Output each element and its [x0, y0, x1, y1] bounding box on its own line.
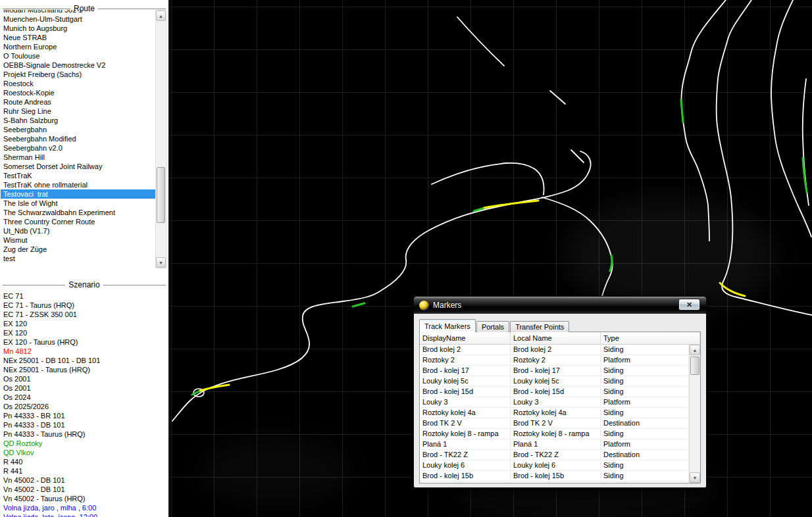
scenario-item[interactable]: Volna jizda, jaro , mlha , 6:00 — [1, 503, 168, 512]
table-cell: Roztoky kolej 8 - rampa — [511, 429, 601, 439]
table-row[interactable]: Roztoky kolej 8 - rampaRoztoky kolej 8 -… — [420, 429, 689, 439]
scenario-item[interactable]: NEx 25001 - DB 101 - DB 101 — [1, 356, 168, 365]
table-cell: Brod - TK22 Z — [420, 450, 511, 460]
table-row[interactable]: Roztoky 2Roztoky 2Platform — [420, 355, 689, 366]
track-marker-green — [353, 303, 365, 307]
route-item[interactable]: Three Country Corner Route — [1, 217, 157, 226]
scenario-item[interactable]: Os 2024 — [1, 393, 168, 402]
scroll-up-button[interactable]: ▲ — [156, 11, 166, 21]
route-item[interactable]: OEBB-Signale Demostrecke V2 — [1, 61, 157, 70]
scenario-item[interactable]: EX 120 — [1, 319, 168, 328]
scenario-item[interactable]: EX 120 — [1, 328, 168, 337]
scenario-item[interactable]: R 440 — [1, 457, 168, 466]
scenario-item[interactable]: QD Roztoky — [1, 439, 168, 448]
markers-table-body[interactable]: Brod kolej 2Brod kolej 2SidingRoztoky 2R… — [420, 345, 689, 483]
route-list-scrollbar[interactable]: ▲ ▼ — [155, 10, 166, 268]
route-item[interactable]: Modan Muschland 302 1 — [1, 10, 157, 14]
close-button[interactable]: ✕ — [678, 299, 700, 310]
table-cell: Siding — [601, 387, 689, 397]
scenario-item[interactable]: QD Vlkov — [1, 448, 168, 457]
scrollbar-track[interactable] — [690, 355, 700, 472]
scenario-item[interactable]: Pn 44333 - BR 101 — [1, 411, 168, 420]
route-item[interactable]: O Toulouse — [1, 51, 157, 61]
table-cell: Brod - kolej 17 — [420, 366, 511, 376]
table-cell: Louky kolej 5c — [511, 376, 601, 386]
route-list[interactable]: Modan Muschland 302 1Muenchen-Ulm-Stuttg… — [1, 10, 157, 268]
scenario-item[interactable]: EC 71 - ZSSK 350 001 — [1, 310, 168, 319]
scenario-item[interactable]: R 441 — [1, 466, 168, 476]
scenario-item[interactable]: EC 71 — [1, 291, 168, 301]
route-item[interactable]: Seebergbahn v2.0 — [1, 143, 157, 153]
route-item[interactable]: Northern Europe — [1, 42, 157, 51]
scenario-list[interactable]: EC 71EC 71 - Taurus (HRQ)EC 71 - ZSSK 35… — [1, 291, 168, 517]
route-item[interactable]: Seebergbahn — [1, 125, 157, 134]
route-item[interactable]: Route Andreas — [1, 97, 157, 107]
scenario-item[interactable]: Volna jizda, leto, jasno, 12:00 — [1, 512, 168, 517]
table-row[interactable]: Planá 1Planá 1Platform — [420, 439, 689, 450]
table-row[interactable]: Louky kolej 5cLouky kolej 5cSiding — [420, 376, 689, 387]
markers-table-header: DisplayNameLocal NameType — [420, 332, 700, 345]
tab-transfer-points[interactable]: Transfer Points — [510, 321, 569, 332]
table-cell: Siding — [601, 408, 689, 418]
route-item[interactable]: Neue STRAB — [1, 33, 157, 42]
route-item[interactable]: Muenchen-Ulm-Stuttgart — [1, 14, 157, 24]
scenario-item[interactable]: Os 2001 — [1, 374, 168, 383]
route-item[interactable]: Projekt Freiberg (Sachs) — [1, 70, 157, 79]
table-row[interactable]: Brod - kolej 15bBrod - kolej 15bSiding — [420, 471, 689, 481]
table-row[interactable]: Roztoky kolej 4aRoztoky kolej 4aSiding — [420, 408, 689, 418]
route-item[interactable]: Roestock — [1, 79, 157, 88]
scrollbar-thumb[interactable] — [157, 167, 165, 223]
table-row[interactable]: Brod - kolej 15dBrod - kolej 15dSiding — [420, 387, 689, 397]
scenario-item[interactable]: Mn 4812 — [1, 347, 168, 356]
scenario-item[interactable]: Pn 44333 - DB 101 — [1, 420, 168, 430]
track-marker-green — [681, 100, 683, 122]
scroll-down-button[interactable]: ▼ — [156, 257, 166, 268]
route-item[interactable]: TestTraK — [1, 171, 157, 180]
scenario-item[interactable]: Vn 45002 - DB 101 — [1, 476, 168, 485]
table-row[interactable]: Brod TK 2 VBrod TK 2 VDestination — [420, 418, 689, 429]
route-item[interactable]: TestTraK ohne rollmaterial — [1, 180, 157, 189]
markers-window-titlebar[interactable]: Markers ✕ — [414, 297, 706, 314]
route-item[interactable]: The Schwarzwaldbahn Experiment — [1, 208, 157, 217]
column-header[interactable]: DisplayName — [420, 332, 511, 344]
table-cell: Platform — [601, 397, 689, 407]
column-header[interactable]: Type — [601, 332, 700, 344]
route-item[interactable]: test — [1, 254, 157, 263]
table-cell: Brod - kolej 15b — [511, 471, 601, 481]
scenario-item[interactable]: EC 71 - Taurus (HRQ) — [1, 301, 168, 310]
table-row[interactable]: Brod - kolej 17Brod - kolej 17Siding — [420, 366, 689, 376]
scenario-item[interactable]: Os 2001 — [1, 383, 168, 393]
scenario-item[interactable]: NEx 25001 - Taurus (HRQ) — [1, 365, 168, 374]
tab-track-markers[interactable]: Track Markers — [419, 319, 476, 332]
scenario-item[interactable]: Vn 45002 - Taurus (HRQ) — [1, 494, 168, 503]
scroll-down-button[interactable]: ▼ — [690, 472, 700, 483]
markers-window-body: Track MarkersPortalsTransfer Points Disp… — [414, 314, 706, 487]
markers-table-scrollbar[interactable]: ▲ ▼ — [689, 345, 700, 483]
route-item[interactable]: Ut_Ndb (V1.7) — [1, 226, 157, 235]
route-item[interactable]: Somerset Dorset Joint Railway — [1, 162, 157, 171]
route-item[interactable]: Ruhr Sieg Line — [1, 107, 157, 116]
route-item[interactable]: S-Bahn Salzburg — [1, 116, 157, 125]
route-item[interactable]: Seebergbahn Modified — [1, 134, 157, 143]
scenario-item[interactable]: EX 120 - Taurus (HRQ) — [1, 337, 168, 347]
scrollbar-thumb[interactable] — [690, 357, 699, 375]
table-cell: Roztoky kolej 4a — [511, 408, 601, 418]
route-item[interactable]: The Isle of Wight — [1, 199, 157, 208]
column-header[interactable]: Local Name — [511, 332, 601, 344]
table-row[interactable]: Louky kolej 6Louky kolej 6Siding — [420, 460, 689, 471]
route-item[interactable]: Testovaci trat — [1, 189, 157, 199]
scroll-up-button[interactable]: ▲ — [690, 345, 700, 355]
table-row[interactable]: Louky 3Louky 3Platform — [420, 397, 689, 408]
scenario-item[interactable]: Pn 44333 - Taurus (HRQ) — [1, 430, 168, 439]
table-row[interactable]: Brod - TK22 ZBrod - TK22 ZDestination — [420, 450, 689, 460]
scenario-item[interactable]: Os 2025/2026 — [1, 402, 168, 411]
route-item[interactable]: Munich to Augsburg — [1, 24, 157, 33]
scrollbar-track[interactable] — [156, 21, 166, 257]
scenario-item[interactable]: Vn 45002 - DB 101 — [1, 485, 168, 494]
route-item[interactable]: Sherman Hill — [1, 153, 157, 162]
table-row[interactable]: Brod kolej 2Brod kolej 2Siding — [420, 345, 689, 355]
route-item[interactable]: Zug der Züge — [1, 245, 157, 254]
route-item[interactable]: Roestock-Kopie — [1, 88, 157, 97]
tab-portals[interactable]: Portals — [476, 321, 509, 332]
route-item[interactable]: Wismut — [1, 235, 157, 245]
